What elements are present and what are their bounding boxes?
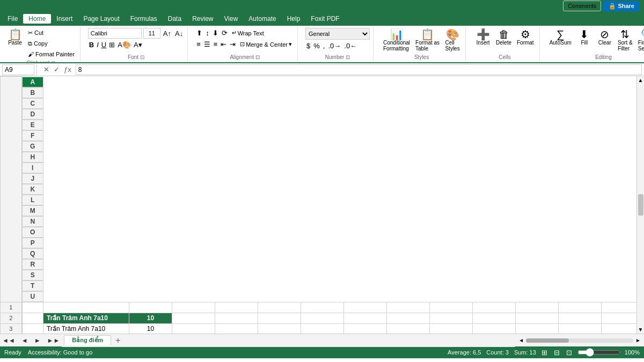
comments-button[interactable]: Comments: [563, 1, 601, 11]
insert-button[interactable]: ➕ Insert: [473, 28, 493, 47]
cell-a[interactable]: [22, 323, 43, 334]
menu-file[interactable]: File: [2, 14, 23, 24]
delete-button[interactable]: 🗑 Delete: [494, 28, 514, 47]
font-color-button[interactable]: A▾: [133, 40, 143, 50]
col-header-d[interactable]: D: [22, 109, 43, 120]
hscroll-right-btn[interactable]: ►: [635, 337, 641, 343]
cell-empty[interactable]: [559, 313, 602, 323]
cell-empty[interactable]: [301, 313, 344, 323]
menu-automate[interactable]: Automate: [243, 14, 281, 24]
accounting-icon[interactable]: $: [305, 41, 311, 51]
merge-center-button[interactable]: ⊡ Merge & Center ▾: [238, 40, 294, 49]
add-sheet-button[interactable]: +: [112, 336, 123, 345]
col-header-t[interactable]: T: [22, 280, 43, 291]
cell-styles-button[interactable]: 🎨 CellStyles: [443, 28, 462, 53]
cell-empty[interactable]: [215, 323, 258, 334]
copy-button[interactable]: ⧉ Copy: [26, 39, 77, 48]
font-name-input[interactable]: [88, 28, 142, 39]
cell-empty[interactable]: [430, 313, 473, 323]
cell-empty[interactable]: [387, 323, 430, 334]
scroll-thumb[interactable]: [638, 194, 643, 216]
cell-empty[interactable]: [344, 323, 387, 334]
cell-empty[interactable]: [516, 323, 559, 334]
normal-view-icon[interactable]: ⊞: [540, 348, 548, 358]
cell-b[interactable]: [43, 302, 129, 313]
cell-empty[interactable]: [559, 323, 602, 334]
col-header-o[interactable]: O: [22, 227, 43, 238]
scroll-next-btn[interactable]: ►: [32, 336, 43, 345]
decrease-font-icon[interactable]: A↓: [174, 28, 184, 39]
col-header-s[interactable]: S: [22, 270, 43, 280]
sort-filter-button[interactable]: ⇅ Sort &Filter: [616, 28, 635, 53]
col-header-i[interactable]: I: [22, 162, 43, 173]
menu-view[interactable]: View: [219, 14, 244, 24]
format-painter-button[interactable]: 🖌 Format Painter: [26, 49, 77, 59]
cell-b[interactable]: Trần Trâm Anh 7a10: [43, 313, 129, 323]
align-left-icon[interactable]: ≡: [195, 39, 202, 49]
cell-empty[interactable]: [172, 302, 215, 313]
col-header-n[interactable]: N: [22, 216, 43, 227]
page-break-view-icon[interactable]: ⊡: [565, 348, 573, 358]
row-number[interactable]: 3: [1, 323, 22, 334]
paste-button[interactable]: 📋 Paste: [5, 28, 25, 47]
scroll-up-btn[interactable]: ▲: [638, 77, 643, 83]
scroll-prev-btn[interactable]: ◄: [19, 336, 30, 345]
cell-empty[interactable]: [387, 302, 430, 313]
cell-empty[interactable]: [602, 313, 637, 323]
align-center-icon[interactable]: ☰: [203, 39, 211, 49]
menu-help[interactable]: Help: [282, 14, 306, 24]
menu-page-layout[interactable]: Page Layout: [78, 14, 125, 24]
increase-indent-icon[interactable]: ⇥: [229, 39, 237, 49]
increase-decimal-icon[interactable]: .0→: [327, 41, 342, 51]
cell-empty[interactable]: [215, 302, 258, 313]
col-header-a[interactable]: A: [22, 77, 43, 87]
cell-empty[interactable]: [301, 323, 344, 334]
cell-empty[interactable]: [172, 313, 215, 323]
menu-review[interactable]: Review: [187, 14, 218, 24]
scroll-down-btn[interactable]: ▼: [638, 327, 643, 333]
align-bottom-icon[interactable]: ⬇: [211, 28, 219, 38]
col-header-h[interactable]: H: [22, 152, 43, 162]
cell-c[interactable]: [129, 302, 172, 313]
align-top-icon[interactable]: ⬆: [195, 28, 203, 38]
menu-formulas[interactable]: Formulas: [125, 14, 163, 24]
format-as-table-button[interactable]: 📋 Format asTable: [413, 28, 442, 53]
cell-c[interactable]: 10: [129, 323, 172, 334]
cell-b[interactable]: Trần Trâm Anh 7a10: [43, 323, 129, 334]
grid-scroll-area[interactable]: A B C D E F G H I J K L M N O P Q: [0, 76, 636, 334]
cell-empty[interactable]: [344, 313, 387, 323]
sheet-tab-bangdiem[interactable]: Bảng điểm: [64, 335, 111, 345]
col-header-e[interactable]: E: [22, 120, 43, 130]
cell-c[interactable]: 10: [129, 313, 172, 323]
cell-empty[interactable]: [516, 302, 559, 313]
cell-empty[interactable]: [258, 302, 301, 313]
font-size-input[interactable]: [143, 28, 160, 39]
menu-data[interactable]: Data: [163, 14, 187, 24]
col-header-b[interactable]: B: [22, 87, 43, 98]
hscroll-track[interactable]: [526, 338, 633, 343]
confirm-formula-icon[interactable]: ✓: [53, 64, 61, 75]
col-header-l[interactable]: L: [22, 195, 43, 205]
decrease-indent-icon[interactable]: ⇤: [219, 39, 228, 49]
fill-button[interactable]: ⬇ Fill: [575, 28, 594, 47]
cell-empty[interactable]: [258, 323, 301, 334]
cell-empty[interactable]: [473, 313, 516, 323]
percent-icon[interactable]: %: [312, 41, 321, 51]
col-header-q[interactable]: Q: [22, 248, 43, 259]
insert-function-icon[interactable]: ƒx: [63, 64, 72, 75]
formula-input[interactable]: [76, 64, 642, 75]
row-number[interactable]: 2: [1, 313, 22, 323]
menu-home[interactable]: Home: [23, 14, 51, 24]
col-header-r[interactable]: R: [22, 259, 43, 270]
cut-button[interactable]: ✂ Cut: [26, 28, 77, 38]
col-header-c[interactable]: C: [22, 98, 43, 109]
cell-empty[interactable]: [430, 302, 473, 313]
col-header-f[interactable]: F: [22, 130, 43, 141]
border-button[interactable]: ⊞: [108, 40, 116, 50]
cell-empty[interactable]: [301, 302, 344, 313]
cell-a[interactable]: [22, 302, 43, 313]
scroll-last-btn[interactable]: ►►: [45, 336, 62, 345]
align-middle-icon[interactable]: ↕: [204, 28, 210, 38]
col-header-j[interactable]: J: [22, 173, 43, 184]
cell-empty[interactable]: [559, 302, 602, 313]
